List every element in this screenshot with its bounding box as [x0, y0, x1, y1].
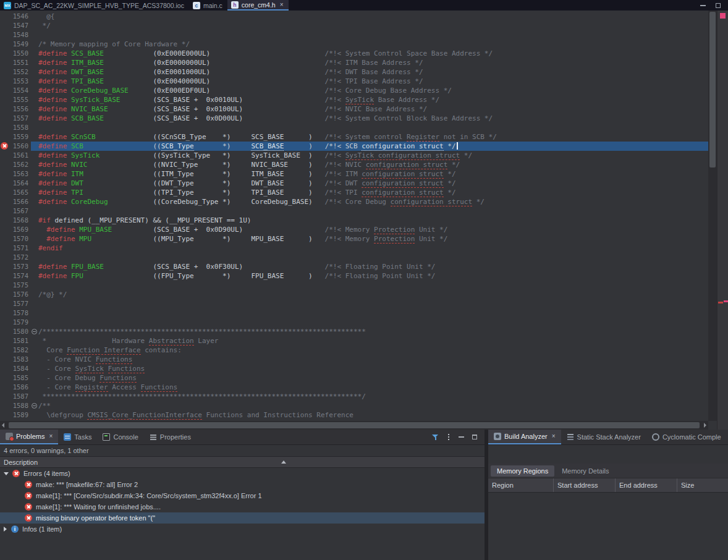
code-line[interactable]: 1578 — [0, 308, 708, 318]
code-line[interactable]: 1548 — [0, 30, 708, 40]
editor-tab-core-cm4-h[interactable]: hcore_cm4.h× — [227, 0, 289, 11]
tab-close-icon[interactable]: × — [552, 433, 556, 439]
problems-group-row[interactable]: Infos (1 item) — [0, 524, 485, 535]
code-line[interactable]: 1546 @{ — [0, 12, 708, 21]
tab-close-icon[interactable]: × — [49, 433, 53, 439]
description-column-label: Description — [4, 459, 38, 466]
problem-item-row[interactable]: make[1]: *** [Core/Src/subdir.mk:34: Cor… — [0, 490, 485, 501]
code-line[interactable]: 1560#define SCB ((SCB_Type *) SCB_BASE )… — [0, 142, 708, 151]
scroll-right-arrow-icon[interactable] — [704, 423, 706, 428]
problem-item-row[interactable]: make[1]: *** Waiting for unfinished jobs… — [0, 501, 485, 512]
code-line[interactable]: 1575 — [0, 281, 708, 290]
overview-occurrence-mark[interactable] — [724, 300, 728, 302]
code-line[interactable]: 1558 — [0, 123, 708, 132]
window-controls — [700, 0, 728, 11]
maximize-panel-icon[interactable] — [472, 435, 477, 439]
filter-icon[interactable] — [432, 434, 439, 441]
code-text: #define TPI_BASE (0xE0040000UL) /*!< TPI… — [38, 77, 423, 86]
window-minimize-icon[interactable] — [700, 5, 706, 6]
code-line[interactable]: 1585 - Core Debug Functions — [0, 373, 708, 383]
code-line[interactable]: 1589 \defgroup CMSIS_Core_FunctionInterf… — [0, 410, 708, 420]
code-line[interactable]: 1571#endif — [0, 244, 708, 253]
code-line[interactable]: 1573#define FPU_BASE (SCS_BASE + 0x0F30U… — [0, 262, 708, 271]
code-line[interactable]: 1552#define DWT_BASE (0xE0001000UL) /*!<… — [0, 67, 708, 77]
code-line[interactable]: 1561#define SysTick ((SysTick_Type *) Sy… — [0, 151, 708, 160]
code-line[interactable]: 1587 ***********************************… — [0, 392, 708, 401]
scroll-left-arrow-icon[interactable] — [2, 423, 4, 428]
fold-column — [31, 132, 38, 142]
code-line[interactable]: 1554#define CoreDebug_BASE (0xE000EDF0UL… — [0, 86, 708, 95]
minimize-panel-icon[interactable] — [459, 436, 464, 438]
code-line[interactable]: 1579 — [0, 318, 708, 327]
code-line[interactable]: 1576/*@} */ — [0, 290, 708, 299]
problem-item-row[interactable]: make: *** [makefile:67: all] Error 2 — [0, 479, 485, 490]
code-line[interactable]: 1577 — [0, 299, 708, 308]
code-line[interactable]: 1588/** — [0, 401, 708, 410]
code-line[interactable]: 1572 — [0, 253, 708, 262]
expand-arrow-icon[interactable] — [4, 527, 7, 532]
code-line[interactable]: 1547 */ — [0, 21, 708, 30]
editor-vertical-scrollbar[interactable] — [708, 11, 717, 421]
code-line[interactable]: 1581 * Hardware Abstraction Layer — [0, 336, 708, 346]
view-tab-cyclomatic-comple[interactable]: Cyclomatic Comple — [646, 430, 727, 444]
description-column-header[interactable]: Description — [0, 456, 485, 468]
column-header-start-address[interactable]: Start address — [554, 478, 616, 492]
column-header-size[interactable]: Size — [677, 478, 728, 492]
view-tab-console[interactable]: Console — [97, 430, 143, 444]
line-content: #define TPI ((TPI_Type *) TPI_BASE ) /*!… — [31, 188, 708, 197]
editor-tab-main-c[interactable]: cmain.c — [189, 0, 227, 11]
vertical-scrollbar-thumb[interactable] — [709, 12, 716, 168]
code-line[interactable]: 1551#define ITM_BASE (0xE0000000UL) /*!<… — [0, 58, 708, 67]
line-number: 1562 — [9, 160, 31, 169]
view-tab-build-analyzer[interactable]: Build Analyzer× — [488, 430, 561, 444]
code-line[interactable]: 1550#define SCS_BASE (0xE000E000UL) /*!<… — [0, 49, 708, 58]
code-line[interactable]: 1574#define FPU ((FPU_Type *) FPU_BASE )… — [0, 271, 708, 281]
code-line[interactable]: 1569 #define MPU_BASE (SCS_BASE + 0x0D90… — [0, 225, 708, 234]
problems-group-row[interactable]: Errors (4 items) — [0, 468, 485, 479]
view-tab-static-stack-analyzer[interactable]: Static Stack Analyzer — [561, 430, 646, 444]
code-line[interactable]: 1549/* Memory mapping of Core Hardware *… — [0, 40, 708, 49]
view-tab-properties[interactable]: Properties — [144, 430, 197, 444]
overview-error-mark[interactable] — [718, 302, 723, 303]
code-line[interactable]: 1566#define CoreDebug ((CoreDebug_Type *… — [0, 197, 708, 206]
overview-error-indicator-icon[interactable] — [720, 13, 726, 19]
code-line[interactable]: 1556#define NVIC_BASE (SCS_BASE + 0x0100… — [0, 104, 708, 114]
view-tab-tasks[interactable]: Tasks — [58, 430, 97, 444]
code-line[interactable]: 1555#define SysTick_BASE (SCS_BASE + 0x0… — [0, 95, 708, 104]
view-menu-icon[interactable] — [448, 436, 449, 438]
fold-collapse-icon[interactable] — [32, 329, 37, 334]
subtab-memory-regions[interactable]: Memory Regions — [491, 465, 554, 477]
tab-close-icon[interactable]: × — [280, 2, 284, 8]
code-line[interactable]: 1562#define NVIC ((NVIC_Type *) NVIC_BAS… — [0, 160, 708, 169]
code-line[interactable]: 1564#define DWT ((DWT_Type *) DWT_BASE )… — [0, 179, 708, 188]
problem-message: make[1]: *** Waiting for unfinished jobs… — [36, 503, 161, 511]
editor-horizontal-scrollbar[interactable] — [0, 421, 708, 430]
code-text: Core Function Interface contains: — [38, 346, 182, 355]
editor-tab-dap-sc-ac-22kw-simple-hvb-type-acs37800-ioc[interactable]: MXDAP_SC_AC_22KW_SIMPLE_HVB_TYPE_ACS3780… — [0, 0, 189, 11]
code-line[interactable]: 1553#define TPI_BASE (0xE0040000UL) /*!<… — [0, 77, 708, 86]
column-header-region[interactable]: Region — [488, 478, 554, 492]
window-maximize-icon[interactable] — [716, 3, 721, 8]
fold-collapse-icon[interactable] — [32, 403, 37, 409]
code-line[interactable]: 1584 - Core SysTick Functions — [0, 364, 708, 373]
code-line[interactable]: 1586 - Core Register Access Functions — [0, 383, 708, 392]
code-line[interactable]: 1563#define ITM ((ITM_Type *) ITM_BASE )… — [0, 169, 708, 179]
code-line[interactable]: 1559#define SCnSCB ((SCnSCB_Type *) SCS_… — [0, 132, 708, 142]
line-number: 1571 — [9, 244, 31, 253]
code-line[interactable]: 1557#define SCB_BASE (SCS_BASE + 0x0D00U… — [0, 114, 708, 123]
problem-item-row[interactable]: missing binary operator before token "(" — [0, 512, 485, 524]
line-content: #define DWT ((DWT_Type *) DWT_BASE ) /*!… — [31, 179, 708, 188]
code-line[interactable]: 1570 #define MPU ((MPU_Type *) MPU_BASE … — [0, 234, 708, 244]
horizontal-scrollbar-thumb[interactable] — [9, 422, 700, 428]
code-line[interactable]: 1582 Core Function Interface contains: — [0, 346, 708, 355]
code-line[interactable]: 1567 — [0, 206, 708, 216]
code-line[interactable]: 1583 - Core NVIC Functions — [0, 355, 708, 364]
code-line[interactable]: 1580/***********************************… — [0, 327, 708, 336]
subtab-memory-details[interactable]: Memory Details — [556, 465, 615, 477]
collapse-arrow-icon[interactable] — [4, 472, 9, 475]
view-tab-problems[interactable]: Problems× — [0, 430, 58, 444]
code-text: #define NVIC ((NVIC_Type *) NVIC_BASE ) … — [38, 160, 460, 169]
code-line[interactable]: 1568#if defined (__MPU_PRESENT) && (__MP… — [0, 216, 708, 225]
column-header-end-address[interactable]: End address — [616, 478, 677, 492]
code-line[interactable]: 1565#define TPI ((TPI_Type *) TPI_BASE )… — [0, 188, 708, 197]
